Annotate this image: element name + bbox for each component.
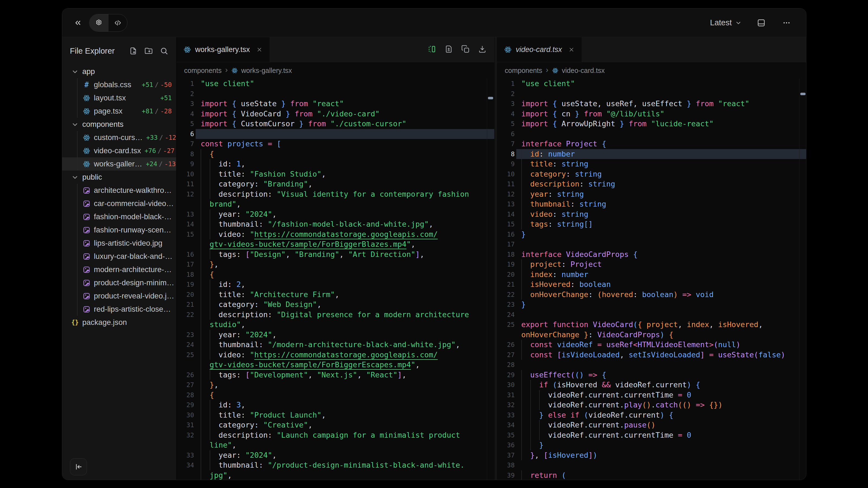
- search-button[interactable]: [160, 47, 168, 56]
- code-editor[interactable]: 1"use client"23import { useState, useRef…: [497, 79, 806, 480]
- code-line[interactable]: 24 thumbnail: "/modern-architecture-blac…: [177, 340, 494, 350]
- code-line[interactable]: 5import { ArrowUpRight } from "lucide-re…: [497, 119, 806, 129]
- code-line[interactable]: onHoverChange }: VideoCardProps) {: [497, 330, 806, 340]
- code-line[interactable]: 6: [497, 129, 806, 139]
- copy-button[interactable]: [461, 45, 470, 54]
- tree-file-page.tsx[interactable]: page.tsx+81/-28: [62, 104, 176, 118]
- code-line[interactable]: 11 category: "Branding",: [177, 179, 494, 189]
- code-line[interactable]: 8 id: number: [497, 149, 806, 159]
- code-editor[interactable]: 1"use client"23import { useState } from …: [177, 79, 494, 480]
- tree-file-modern-architecture-[interactable]: modern-architecture-…: [62, 263, 176, 276]
- tree-file-layout.tsx[interactable]: layout.tsx+51: [62, 91, 176, 104]
- code-line[interactable]: 14 video: string: [497, 209, 806, 220]
- code-line[interactable]: 34 videoRef.current.pause(): [497, 420, 806, 430]
- code-line[interactable]: 19 project: Project: [497, 259, 806, 269]
- code-line[interactable]: 30 title: "Product Launch",: [177, 410, 494, 420]
- new-folder-button[interactable]: [144, 47, 153, 56]
- code-line[interactable]: gtv-videos-bucket/sample/ForBiggerEscape…: [177, 360, 494, 370]
- code-line[interactable]: 33 } else if (videoRef.current) {: [497, 410, 806, 420]
- tab-video-card[interactable]: video-card.tsx: [497, 37, 582, 62]
- more-options-button[interactable]: [779, 15, 794, 30]
- code-line[interactable]: 20 index: number: [497, 269, 806, 280]
- tree-file-fashion-runway-scen[interactable]: fashion-runway-scen…: [62, 223, 176, 236]
- code-line[interactable]: 7const projects = [: [177, 139, 494, 149]
- code-line[interactable]: 21 category: "Web Design",: [177, 299, 494, 310]
- new-file-button[interactable]: [129, 47, 137, 56]
- code-line[interactable]: 35 videoRef.current.currentTime = 0: [497, 430, 806, 441]
- code-line[interactable]: 36 }: [497, 440, 806, 450]
- tree-file-video-card.tsx[interactable]: video-card.tsx+76/-27: [62, 144, 176, 157]
- code-line[interactable]: brand",: [177, 199, 494, 209]
- code-line[interactable]: 4import { VideoCard } from "./video-card…: [177, 109, 494, 119]
- tree-file-lips-artistic-video.jpg[interactable]: lips-artistic-video.jpg: [62, 236, 176, 250]
- tree-file-custom-curs[interactable]: custom-curs…+33/-12: [62, 131, 176, 144]
- code-line[interactable]: 38: [497, 460, 806, 470]
- tree-folder-components[interactable]: components: [62, 118, 176, 131]
- code-line[interactable]: 3import { useState, useRef, useEffect } …: [497, 99, 806, 109]
- tree-file-product-reveal-video.j[interactable]: product-reveal-video.j…: [62, 289, 176, 302]
- tree-file-package.json[interactable]: {}package.json: [62, 316, 176, 329]
- code-line[interactable]: 8 {: [177, 149, 494, 159]
- code-line[interactable]: 16 tags: ["Design", "Branding", "Art Dir…: [177, 250, 494, 260]
- code-line[interactable]: 22 onHoverChange: (hovered: boolean) => …: [497, 290, 806, 300]
- code-line[interactable]: 17: [497, 239, 806, 250]
- code-line[interactable]: 15 tags: string[]: [497, 219, 806, 229]
- code-line[interactable]: 2: [177, 89, 494, 99]
- code-line[interactable]: 31 category: "Creative",: [177, 420, 494, 430]
- code-line[interactable]: 21 isHovered: boolean: [497, 280, 806, 290]
- code-line[interactable]: 26 tags: ["Development", "Next.js", "Rea…: [177, 370, 494, 380]
- code-line[interactable]: 16}: [497, 229, 806, 239]
- code-line[interactable]: 32 description: "Launch campaign for a m…: [177, 430, 494, 441]
- tree-file-works-galler[interactable]: works-galler…+24/-13: [62, 157, 176, 170]
- code-line[interactable]: 3import { useState } from "react": [177, 99, 494, 109]
- code-line[interactable]: 9 title: string: [497, 159, 806, 169]
- code-line[interactable]: 13 thumbnail: string: [497, 199, 806, 209]
- code-line[interactable]: 14 thumbnail: "/fashion-model-black-and-…: [177, 219, 494, 229]
- code-line[interactable]: 10 category: string: [497, 169, 806, 180]
- tree-folder-public[interactable]: public: [62, 170, 176, 184]
- close-icon[interactable]: [568, 46, 575, 53]
- code-line[interactable]: 25 video: "https://commondatastorage.goo…: [177, 350, 494, 360]
- chevrons-left-button[interactable]: [70, 15, 85, 30]
- tree-file-fashion-model-black-[interactable]: fashion-model-black-…: [62, 210, 176, 223]
- close-icon[interactable]: [256, 46, 262, 53]
- code-line[interactable]: 27 const [isVideoLoaded, setIsVideoLoade…: [497, 350, 806, 360]
- version-dropdown[interactable]: Latest: [708, 18, 743, 28]
- code-line[interactable]: 29 useEffect(() => {: [497, 370, 806, 380]
- tree-file-product-design-minim[interactable]: product-design-minim…: [62, 276, 176, 289]
- code-line[interactable]: studio",: [177, 320, 494, 330]
- code-line[interactable]: 23}: [497, 299, 806, 310]
- tree-file-luxury-car-black-and-[interactable]: luxury-car-black-and-…: [62, 250, 176, 263]
- code-line[interactable]: 15 video: "https://commondatastorage.goo…: [177, 229, 494, 239]
- code-line[interactable]: 28 {: [177, 390, 494, 400]
- download-button[interactable]: [478, 45, 487, 54]
- tab-works-gallery[interactable]: works-gallery.tsx: [177, 37, 270, 62]
- code-line[interactable]: line",: [177, 440, 494, 450]
- code-line[interactable]: 18 {: [177, 269, 494, 280]
- code-line[interactable]: 13 year: "2024",: [177, 209, 494, 220]
- code-line[interactable]: 6: [177, 129, 494, 139]
- code-line[interactable]: 12 year: string: [497, 189, 806, 199]
- code-line[interactable]: 12 description: "Visual identity for a c…: [177, 189, 494, 199]
- code-line[interactable]: 39 return (: [497, 470, 806, 480]
- code-line[interactable]: 30 if (isHovered && videoRef.current) {: [497, 380, 806, 390]
- code-line[interactable]: 27 },: [177, 380, 494, 390]
- code-line[interactable]: 10 title: "Fashion Studio",: [177, 169, 494, 180]
- tree-file-globals.css[interactable]: #globals.css+51/-50: [62, 78, 176, 91]
- view-mode-toggle[interactable]: [89, 14, 127, 32]
- panel-bottom-button[interactable]: [754, 15, 769, 30]
- code-line[interactable]: 9 id: 1,: [177, 159, 494, 169]
- code-line[interactable]: 28: [497, 360, 806, 370]
- code-line[interactable]: 31 videoRef.current.currentTime = 0: [497, 390, 806, 400]
- code-line[interactable]: 34 thumbnail: "/product-design-minimalis…: [177, 460, 494, 470]
- code-line[interactable]: 11 description: string: [497, 179, 806, 189]
- code-line[interactable]: 26 const videoRef = useRef<HTMLVideoElem…: [497, 340, 806, 350]
- code-line[interactable]: 37 }, [isHovered]): [497, 450, 806, 460]
- code-line[interactable]: 2: [497, 89, 806, 99]
- design-mode-tab[interactable]: [89, 14, 108, 31]
- code-line[interactable]: 20 title: "Architecture Firm",: [177, 290, 494, 300]
- code-line[interactable]: 23 year: "2024",: [177, 330, 494, 340]
- code-line[interactable]: 19 id: 2,: [177, 280, 494, 290]
- code-line[interactable]: 1"use client": [497, 79, 806, 89]
- tree-file-car-commercial-video[interactable]: car-commercial-video…: [62, 197, 176, 210]
